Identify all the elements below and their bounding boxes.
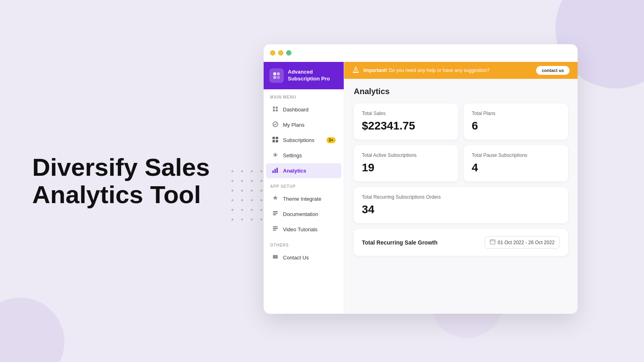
stat-label-total-pause-subscriptions: Total Pause Subscriptions bbox=[472, 152, 560, 158]
stat-value-total-pause-subscriptions: 4 bbox=[472, 161, 560, 174]
theme-integrate-icon bbox=[272, 195, 279, 203]
dot bbox=[231, 170, 233, 172]
browser-window: Advanced Subscription Pro MAIN MENU Dash… bbox=[264, 44, 578, 314]
svg-rect-6 bbox=[276, 137, 278, 139]
stat-label-total-plans: Total Plans bbox=[472, 111, 560, 116]
svg-rect-9 bbox=[272, 171, 274, 173]
dot bbox=[251, 189, 253, 191]
bg-decoration-bottom-left bbox=[0, 298, 64, 362]
stat-card-total-sales: Total Sales $22341.75 bbox=[354, 103, 458, 140]
traffic-light-green[interactable] bbox=[286, 50, 291, 56]
sale-growth-card: Total Recurring Sale Growth 01 Oct 2022 … bbox=[354, 229, 568, 256]
svg-rect-11 bbox=[277, 168, 278, 173]
svg-rect-14 bbox=[273, 214, 276, 215]
hero-section: Diversify Sales Analytics Tool bbox=[32, 154, 210, 208]
svg-rect-8 bbox=[276, 140, 278, 142]
stat-card-total-active-subscriptions: Total Active Subscriptions 19 bbox=[354, 145, 458, 181]
stat-value-total-plans: 6 bbox=[472, 119, 560, 132]
stat-card-total-pause-subscriptions: Total Pause Subscriptions 4 bbox=[464, 145, 568, 181]
dot bbox=[260, 189, 262, 191]
traffic-light-yellow[interactable] bbox=[278, 50, 283, 56]
svg-rect-16 bbox=[273, 228, 278, 229]
dot bbox=[231, 189, 233, 191]
sidebar-item-label-my-plans: My Plans bbox=[283, 122, 304, 128]
svg-rect-5 bbox=[272, 137, 275, 139]
dot bbox=[241, 170, 243, 172]
sidebar-section-app-setup: APP SETUP Theme Integrate Documentation bbox=[264, 179, 344, 237]
stat-label-total-active-subscriptions: Total Active Subscriptions bbox=[362, 152, 450, 158]
svg-rect-15 bbox=[273, 226, 278, 227]
main-content: Important! Do you need any help or have … bbox=[344, 62, 578, 314]
banner-warning-icon bbox=[352, 66, 359, 75]
stats-grid: Total Sales $22341.75 Total Plans 6 Tota… bbox=[354, 103, 568, 181]
dot bbox=[260, 209, 262, 211]
logo-icon bbox=[269, 68, 284, 83]
dot bbox=[241, 209, 243, 211]
sidebar-item-video-tutorials[interactable]: Video Tutorials bbox=[266, 222, 341, 237]
settings-icon bbox=[272, 152, 279, 159]
sidebar-item-settings[interactable]: Settings bbox=[266, 148, 341, 163]
dot bbox=[231, 199, 233, 201]
svg-rect-10 bbox=[275, 169, 276, 173]
dot bbox=[260, 218, 262, 220]
stat-card-total-recurring-orders: Total Recurring Subscriptions Orders 34 bbox=[354, 187, 568, 223]
my-plans-icon bbox=[272, 121, 279, 129]
sidebar-section-label-main-menu: MAIN MENU bbox=[264, 89, 344, 102]
stat-card-total-plans: Total Plans 6 bbox=[464, 103, 568, 140]
dot bbox=[251, 170, 253, 172]
analytics-icon bbox=[272, 167, 279, 175]
traffic-light-red[interactable] bbox=[270, 50, 275, 56]
subscriptions-badge: 3+ bbox=[326, 137, 336, 143]
date-range-value: 01 Oct 2022 - 26 Oct 2022 bbox=[498, 240, 555, 245]
dot bbox=[251, 199, 253, 201]
sidebar-item-dashboard[interactable]: Dashboard bbox=[266, 102, 341, 117]
calendar-icon bbox=[490, 239, 495, 246]
sidebar: Advanced Subscription Pro MAIN MENU Dash… bbox=[264, 62, 344, 314]
top-banner: Important! Do you need any help or have … bbox=[344, 62, 578, 79]
analytics-page-title: Analytics bbox=[354, 87, 568, 96]
dot bbox=[241, 189, 243, 191]
sidebar-section-others: OTHERS Contact Us bbox=[264, 237, 344, 265]
sidebar-logo[interactable]: Advanced Subscription Pro bbox=[264, 62, 344, 89]
dot bbox=[260, 199, 262, 201]
sale-growth-label: Total Recurring Sale Growth bbox=[362, 239, 438, 246]
sidebar-item-label-documentation: Documentation bbox=[283, 211, 318, 217]
dot bbox=[260, 170, 262, 172]
dot bbox=[260, 180, 262, 182]
dashboard-icon bbox=[272, 106, 279, 113]
svg-rect-1 bbox=[277, 72, 280, 75]
browser-chrome bbox=[264, 44, 578, 62]
svg-rect-3 bbox=[277, 76, 280, 79]
stat-label-total-sales: Total Sales bbox=[362, 111, 450, 116]
dot bbox=[251, 180, 253, 182]
sidebar-item-contact-us[interactable]: Contact Us bbox=[266, 250, 341, 265]
sidebar-item-label-video-tutorials: Video Tutorials bbox=[283, 226, 318, 232]
sidebar-item-analytics[interactable]: Analytics bbox=[266, 163, 341, 178]
svg-rect-2 bbox=[273, 76, 276, 79]
subscriptions-icon bbox=[272, 136, 279, 144]
dot bbox=[251, 218, 253, 220]
banner-message: Important! Do you need any help or have … bbox=[363, 68, 532, 73]
svg-rect-12 bbox=[273, 211, 278, 212]
stat-value-total-active-subscriptions: 19 bbox=[362, 161, 450, 174]
sidebar-item-my-plans[interactable]: My Plans bbox=[266, 117, 341, 132]
logo-text: Advanced Subscription Pro bbox=[288, 69, 330, 82]
date-range-picker[interactable]: 01 Oct 2022 - 26 Oct 2022 bbox=[485, 236, 560, 249]
sidebar-section-main-menu: MAIN MENU Dashboard My Plans bbox=[264, 89, 344, 179]
app-body: Advanced Subscription Pro MAIN MENU Dash… bbox=[264, 62, 578, 314]
dot bbox=[231, 209, 233, 211]
dot bbox=[231, 218, 233, 220]
svg-rect-7 bbox=[272, 140, 275, 142]
sidebar-item-label-settings: Settings bbox=[283, 152, 302, 158]
sidebar-item-subscriptions[interactable]: Subscriptions 3+ bbox=[266, 133, 341, 148]
documentation-icon bbox=[272, 210, 279, 218]
sidebar-section-label-others: OTHERS bbox=[264, 237, 344, 250]
sidebar-item-documentation[interactable]: Documentation bbox=[266, 207, 341, 222]
svg-rect-18 bbox=[490, 240, 495, 244]
sidebar-item-label-theme-integrate: Theme Integrate bbox=[283, 196, 321, 202]
stat-label-total-recurring-orders: Total Recurring Subscriptions Orders bbox=[362, 194, 560, 200]
sidebar-item-label-dashboard: Dashboard bbox=[283, 107, 309, 113]
dot-grid-decoration bbox=[231, 170, 266, 224]
banner-contact-us-button[interactable]: contact us bbox=[536, 66, 570, 75]
sidebar-item-theme-integrate[interactable]: Theme Integrate bbox=[266, 191, 341, 206]
